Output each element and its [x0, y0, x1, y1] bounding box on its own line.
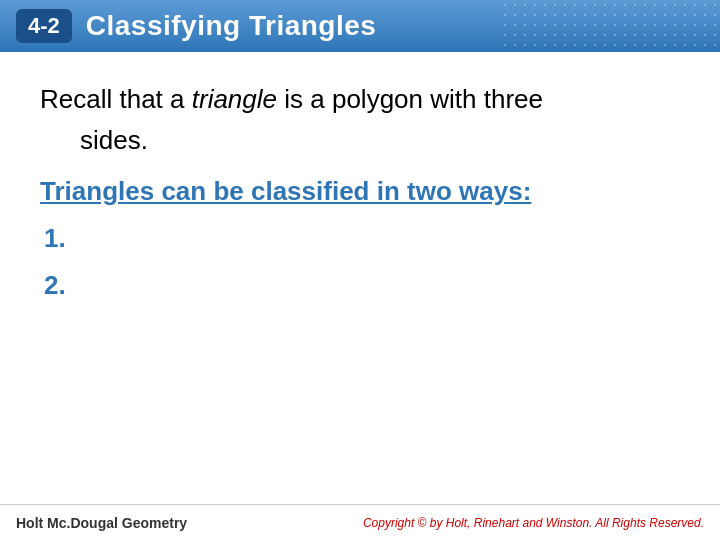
recall-text-prefix: Recall that a — [40, 84, 192, 114]
recall-paragraph: Recall that a triangle is a polygon with… — [40, 82, 680, 117]
list-item-1: 1. — [44, 223, 680, 254]
recall-sides: sides. — [80, 123, 680, 158]
main-content: Recall that a triangle is a polygon with… — [0, 52, 720, 337]
footer-copyright: Copyright © by Holt, Rinehart and Winsto… — [363, 516, 704, 530]
classified-heading: Triangles can be classified in two ways: — [40, 176, 680, 207]
header-title: Classifying Triangles — [86, 10, 377, 42]
recall-text-suffix: is a polygon with three — [277, 84, 543, 114]
triangle-italic: triangle — [192, 84, 277, 114]
list-item-2: 2. — [44, 270, 680, 301]
lesson-badge: 4-2 — [16, 9, 72, 43]
footer-publisher: Holt Mc.Dougal Geometry — [16, 515, 187, 531]
footer: Holt Mc.Dougal Geometry Copyright © by H… — [0, 504, 720, 540]
header-bar: 4-2 Classifying Triangles — [0, 0, 720, 52]
